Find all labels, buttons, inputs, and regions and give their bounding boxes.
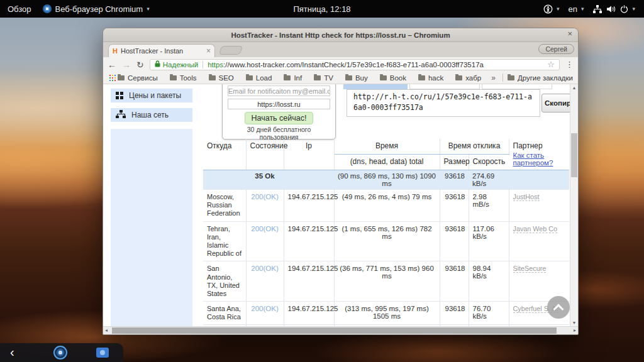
bookmark-item[interactable]: Inf	[284, 74, 302, 82]
bookmark-item[interactable]: Сервисы	[118, 74, 158, 82]
partner-cell: Javan Web Co	[509, 221, 569, 261]
lock-icon	[155, 60, 160, 69]
keyboard-layout-menu[interactable]: en ▾	[568, 4, 584, 14]
security-indicator[interactable]: Надежный	[155, 60, 198, 69]
app-menu-button[interactable]: Веб-браузер Chromium ▾	[43, 4, 150, 14]
size-cell: 93618	[440, 302, 469, 325]
speed-cell: 117.06 kB/s	[469, 221, 509, 261]
bookmark-item[interactable]: Tools	[170, 74, 197, 82]
dock-screenshot-icon[interactable]	[96, 348, 109, 358]
bookmarks-overflow-button[interactable]: »	[489, 74, 498, 82]
grid-icon	[116, 92, 123, 99]
tab-strip: H HostTracker - Instan × Сергей	[103, 42, 578, 57]
bookmark-folder-icon	[284, 75, 291, 80]
horizontal-scrollbar-thumb[interactable]	[112, 327, 557, 334]
column-header-time: Время	[334, 139, 440, 154]
bookmark-item[interactable]: хабр	[455, 74, 481, 82]
email-field[interactable]	[228, 85, 330, 96]
bookmark-label: SEO	[219, 74, 234, 82]
page-content: Цены и пакеты Наша сеть Начать сейчас! 3…	[103, 84, 578, 326]
new-tab-button[interactable]	[219, 46, 243, 55]
apps-grid-icon[interactable]	[109, 75, 111, 76]
share-tab[interactable]	[409, 84, 480, 89]
vertical-scrollbar[interactable]: ▴ ▾	[570, 84, 578, 326]
url-field[interactable]	[228, 99, 330, 109]
tab-title: HostTracker - Instan	[121, 47, 203, 55]
column-header-size: Размер	[440, 154, 469, 170]
browser-tab[interactable]: H HostTracker - Instan ×	[108, 44, 215, 57]
bookmark-item[interactable]: Book	[380, 74, 406, 82]
column-header-speed: Скорость	[469, 154, 509, 170]
scroll-left-icon[interactable]: ◂	[105, 327, 108, 334]
summary-size: 93618	[440, 170, 469, 190]
tab-close-button[interactable]: ×	[206, 47, 211, 55]
ip-cell: 194.67.215.125	[284, 302, 334, 325]
chevron-left-icon[interactable]: ‹	[0, 346, 14, 360]
partner-name[interactable]: SiteSecure	[513, 265, 547, 273]
status-link[interactable]: 200(OK)	[251, 193, 278, 200]
address-bar[interactable]: Надежный https://www.host-tracker.com/In…	[150, 59, 560, 70]
bookmark-folder-icon	[246, 75, 253, 80]
result-row: Tehran, Iran, Islamic Republic of 200(OK…	[203, 221, 569, 261]
bookmark-list: Сервисы Tools SEO Load	[118, 74, 484, 82]
origin-cell: Tehran, Iran, Islamic Republic of	[203, 221, 246, 261]
status-link[interactable]: 200(OK)	[251, 305, 278, 312]
start-now-button[interactable]: Начать сейчас!	[245, 112, 314, 124]
bookmark-folder-icon	[170, 75, 177, 80]
power-icon	[620, 5, 628, 13]
summary-speed: 274.69 kB/s	[469, 170, 509, 190]
partner-name[interactable]: Javan Web Co	[513, 225, 558, 233]
bookmark-item[interactable]: TV	[314, 74, 333, 82]
speed-cell: 76.70 kB/s	[469, 302, 509, 325]
bookmark-item[interactable]: Load	[246, 74, 272, 82]
bookmark-folder-icon	[380, 75, 387, 80]
column-header-partner: Партнер Как стать партнером?	[509, 139, 569, 170]
bookmark-folder-icon	[345, 75, 352, 80]
status-link[interactable]: 200(OK)	[251, 265, 278, 272]
reload-button[interactable]: ↻	[136, 60, 144, 69]
other-bookmarks-button[interactable]: Другие закладки	[508, 74, 573, 82]
activities-button[interactable]: Обзор	[8, 4, 31, 14]
window-close-button[interactable]: ×	[567, 29, 572, 38]
hosttracker-favicon-icon: H	[113, 47, 118, 55]
sidebar-item-network[interactable]: Наша сеть	[111, 108, 192, 122]
window-titlebar[interactable]: HostTracker - Instant Http check for htt…	[103, 28, 578, 42]
column-header-response: Время отклика	[440, 139, 509, 154]
dock-chromium-icon[interactable]	[53, 346, 67, 359]
volume-icon	[606, 5, 616, 13]
scroll-right-icon[interactable]: ▸	[574, 327, 576, 334]
accessibility-menu[interactable]: ▾	[543, 4, 560, 14]
summary-row: 35 Ok (90 ms, 869 ms, 130 ms) 1090 ms 93…	[203, 170, 569, 190]
share-tab-active[interactable]	[343, 84, 408, 89]
forward-button[interactable]: →	[122, 60, 131, 69]
partner-name[interactable]: JustHost	[513, 193, 540, 201]
back-button[interactable]: ←	[108, 60, 116, 69]
share-tab[interactable]	[482, 84, 552, 89]
status-link[interactable]: 200(OK)	[251, 225, 278, 233]
other-bookmarks-label: Другие закладки	[518, 74, 573, 82]
scroll-to-top-button[interactable]	[547, 296, 570, 319]
bookmark-label: хабр	[465, 74, 481, 82]
sidebar-item-pricing[interactable]: Цены и пакеты	[111, 89, 192, 102]
gnome-top-bar: Обзор Веб-браузер Chromium ▾ Пятница, 12…	[0, 0, 644, 18]
bookmark-item[interactable]: Buy	[345, 74, 368, 82]
vertical-scrollbar-thumb[interactable]	[571, 133, 577, 177]
bookmark-item[interactable]: SEO	[209, 74, 234, 82]
profile-button[interactable]: Сергей	[538, 44, 574, 54]
scroll-up-icon[interactable]: ▴	[570, 85, 578, 90]
folder-icon	[508, 75, 514, 80]
time-cell: (1 ms, 655 ms, 126 ms) 782 ms	[334, 221, 440, 261]
bookmark-item[interactable]: hack	[418, 74, 443, 82]
horizontal-scrollbar[interactable]: ◂ ▸	[103, 326, 578, 334]
bookmark-label: Buy	[355, 74, 368, 82]
browser-menu-button[interactable]: ⋮	[565, 60, 574, 69]
become-partner-link[interactable]: Как стать партнером?	[513, 151, 566, 167]
origin-cell: San Antonio, TX, United States	[203, 261, 246, 302]
share-link-box[interactable]: http://r.h-t.co/ru/1/57e39c1e-f683-e711-…	[347, 89, 540, 117]
keyboard-layout-label: en	[568, 4, 577, 14]
system-status-menu[interactable]: ▾	[592, 5, 635, 13]
origin-cell: Santa Ana, Costa Rica	[203, 302, 246, 325]
check-form: Начать сейчас! 30 дней бесплатного польз…	[222, 84, 336, 140]
bookmark-star-icon[interactable]: ☆	[547, 60, 555, 69]
scroll-down-icon[interactable]: ▾	[570, 320, 578, 326]
